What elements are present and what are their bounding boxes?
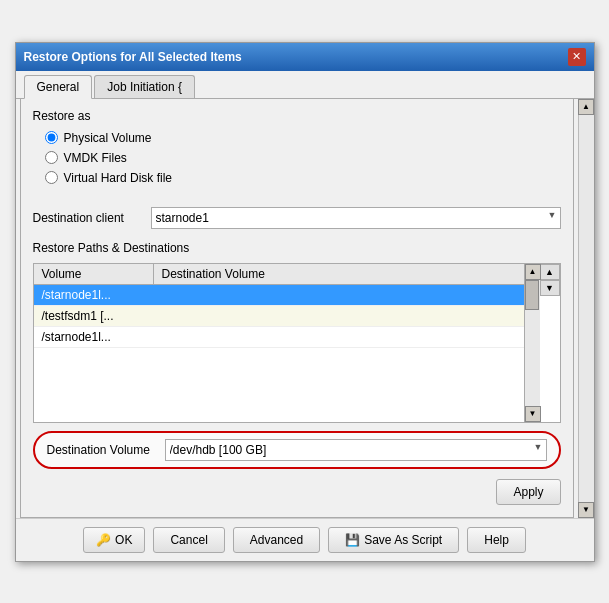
scroll-thumb[interactable] <box>525 280 539 310</box>
destination-volume-wrapper: /dev/hdb [100 GB] <box>165 439 547 461</box>
tab-job-initiation[interactable]: Job Initiation { <box>94 75 195 98</box>
radio-physical-label: Physical Volume <box>64 131 152 145</box>
save-icon: 💾 <box>345 533 360 547</box>
table-row[interactable]: /testfsdm1 [... <box>34 306 539 327</box>
dialog-footer: 🔑 OK Cancel Advanced 💾 Save As Script He… <box>16 518 594 561</box>
destination-client-select[interactable]: starnode1 <box>151 207 561 229</box>
table-scrollbar: ▲ ▼ <box>524 264 540 422</box>
arrow-down[interactable]: ▼ <box>540 280 560 296</box>
table-row[interactable]: /starnode1l... <box>34 285 539 306</box>
tab-general[interactable]: General <box>24 75 93 99</box>
help-button[interactable]: Help <box>467 527 526 553</box>
row-1-dest <box>154 285 539 305</box>
restore-as-label: Restore as <box>33 109 561 123</box>
destination-volume-select[interactable]: /dev/hdb [100 GB] <box>165 439 547 461</box>
paths-table: Volume Destination Volume /starnode1l...… <box>34 264 539 422</box>
row-2-dest <box>154 306 539 326</box>
radio-vhd[interactable]: Virtual Hard Disk file <box>45 171 553 185</box>
scroll-up-btn[interactable]: ▲ <box>525 264 541 280</box>
tab-bar: General Job Initiation { <box>16 71 594 99</box>
restore-as-section: Restore as Physical Volume VMDK Files Vi… <box>33 109 561 195</box>
row-3-volume: /starnode1l... <box>34 327 154 347</box>
radio-vmdk[interactable]: VMDK Files <box>45 151 553 165</box>
paths-table-wrapper: Volume Destination Volume /starnode1l...… <box>33 263 561 423</box>
row-1-volume: /starnode1l... <box>34 285 154 305</box>
main-scroll-track <box>579 115 594 502</box>
scroll-track <box>525 280 540 406</box>
dialog-window: Restore Options for All Selected Items ✕… <box>15 42 595 562</box>
radio-vhd-label: Virtual Hard Disk file <box>64 171 172 185</box>
arrow-up[interactable]: ▲ <box>540 264 560 280</box>
table-column-resize: ▲ ▼ <box>539 264 560 422</box>
radio-vmdk-input[interactable] <box>45 151 58 164</box>
cancel-button[interactable]: Cancel <box>153 527 224 553</box>
ok-label: OK <box>115 533 132 547</box>
ok-icon: 🔑 <box>96 533 111 547</box>
table-header: Volume Destination Volume <box>34 264 539 285</box>
close-button[interactable]: ✕ <box>568 48 586 66</box>
radio-physical-input[interactable] <box>45 131 58 144</box>
save-as-script-button[interactable]: 💾 Save As Script <box>328 527 459 553</box>
restore-paths-section: Restore Paths & Destinations Volume Dest… <box>33 241 561 507</box>
apply-button[interactable]: Apply <box>496 479 560 505</box>
col-volume: Volume <box>34 264 154 284</box>
radio-vhd-input[interactable] <box>45 171 58 184</box>
col-dest-volume: Destination Volume <box>154 264 539 284</box>
main-scrollbar: ▲ ▼ <box>578 99 594 518</box>
ok-button[interactable]: 🔑 OK <box>83 527 145 553</box>
row-2-volume: /testfsdm1 [... <box>34 306 154 326</box>
advanced-button[interactable]: Advanced <box>233 527 320 553</box>
table-row[interactable]: /starnode1l... <box>34 327 539 348</box>
restore-paths-label: Restore Paths & Destinations <box>33 241 561 255</box>
destination-client-wrapper: starnode1 <box>151 207 561 229</box>
save-as-script-label: Save As Script <box>364 533 442 547</box>
scroll-down-btn[interactable]: ▼ <box>525 406 541 422</box>
row-3-dest <box>154 327 539 347</box>
destination-volume-label: Destination Volume <box>47 443 157 457</box>
main-scroll-down[interactable]: ▼ <box>578 502 594 518</box>
general-tab-content: Restore as Physical Volume VMDK Files Vi… <box>20 99 574 518</box>
destination-client-row: Destination client starnode1 <box>33 207 561 229</box>
restore-as-group: Physical Volume VMDK Files Virtual Hard … <box>33 127 561 195</box>
radio-physical[interactable]: Physical Volume <box>45 131 553 145</box>
radio-vmdk-label: VMDK Files <box>64 151 127 165</box>
dialog-title: Restore Options for All Selected Items <box>24 50 242 64</box>
main-layout: Restore as Physical Volume VMDK Files Vi… <box>16 99 594 518</box>
apply-row: Apply <box>33 479 561 505</box>
title-bar: Restore Options for All Selected Items ✕ <box>16 43 594 71</box>
destination-client-label: Destination client <box>33 211 143 225</box>
destination-volume-row: Destination Volume /dev/hdb [100 GB] <box>33 431 561 469</box>
main-scroll-up[interactable]: ▲ <box>578 99 594 115</box>
